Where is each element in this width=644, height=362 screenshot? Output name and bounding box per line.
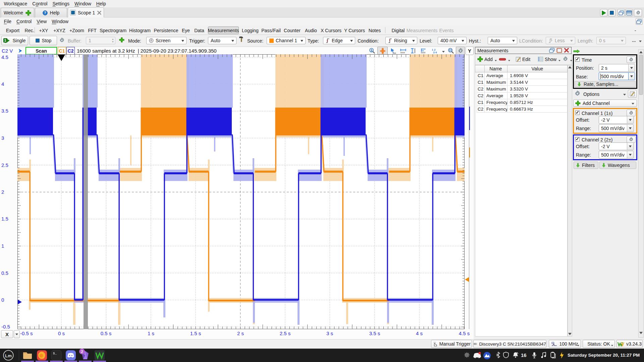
svg-text:Lm: Lm — [5, 353, 12, 358]
svg-text:3 4: 3 4 — [433, 51, 437, 54]
svg-text:?: ? — [44, 11, 46, 15]
svg-text:1: 1 — [371, 49, 372, 52]
svg-text:$_: $_ — [53, 352, 57, 355]
